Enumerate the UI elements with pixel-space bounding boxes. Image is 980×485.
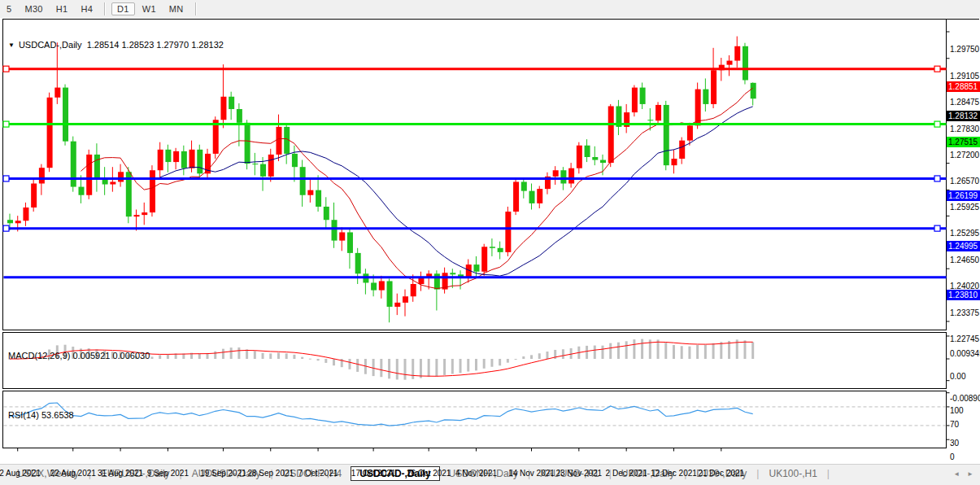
macd-panel-plot[interactable] [3,333,947,389]
hline-handle[interactable] [3,176,9,181]
hline-handle[interactable] [934,225,940,231]
timeframe-button-mn[interactable]: MN [163,2,189,15]
toolbar-separator [195,2,197,15]
main-chart-plot[interactable] [3,20,947,330]
macd-values: 0.005921 0.006030 [72,351,150,360]
timeframe-button-h4[interactable]: H4 [75,2,98,15]
hline-handle[interactable] [934,176,940,181]
rsi-value: 53.6538 [41,410,74,420]
symbol-period-label: USDCAD-,Daily [19,40,82,50]
rsi-panel-plot[interactable] [3,391,947,448]
timeframe-button-w1[interactable]: W1 [137,2,162,15]
hline-handle[interactable] [934,66,940,72]
hline-handle[interactable] [934,121,940,127]
trading-app: { "toolbar": {"items": ["5", "M30", "H1"… [0,0,980,485]
hline-handle[interactable] [3,225,9,231]
chart-canvas [0,18,980,485]
toolbar-separator [104,2,106,15]
rsi-indicator-label: RSI(14) 53.6538 [8,410,74,420]
hline-handle[interactable] [3,121,9,127]
ohlc-values: 1.28514 1.28523 1.27970 1.28132 [87,40,224,50]
chart-window: 1.297501.291051.284751.278301.272001.265… [0,18,980,465]
timeframe-toolbar: 5M30H1H4D1W1MN [0,0,980,19]
rsi-name: RSI(14) [8,410,39,420]
panel-borders [3,20,980,448]
timeframe-button-5[interactable]: 5 [1,2,17,15]
timeframe-button-d1[interactable]: D1 [111,2,135,15]
collapse-arrow-icon[interactable]: ▼ [8,42,15,49]
timeframe-button-h1[interactable]: H1 [50,2,74,15]
timeframe-button-m30[interactable]: M30 [19,2,48,15]
macd-indicator-label: MACD(12,26,9) 0.005921 0.006030 [8,351,150,360]
chart-title: ▼USDCAD-,Daily 1.28514 1.28523 1.27970 1… [8,40,224,50]
macd-name: MACD(12,26,9) [8,351,70,360]
hline-handle[interactable] [3,66,9,72]
